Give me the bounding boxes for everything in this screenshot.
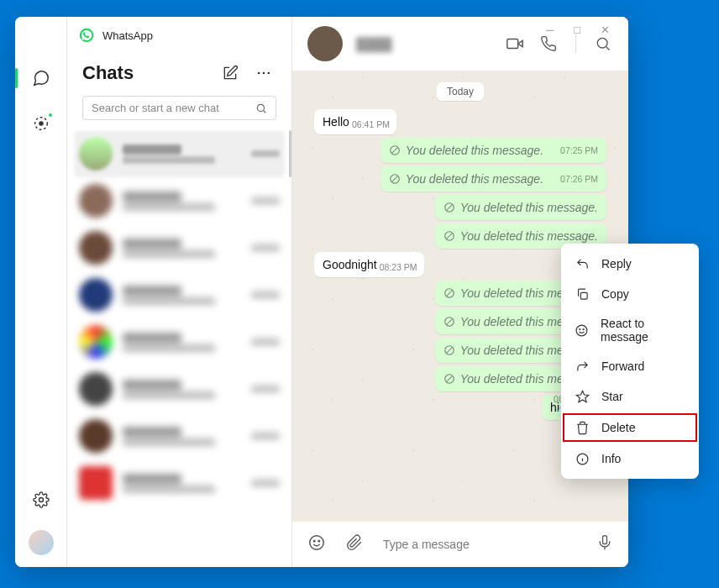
svg-point-18 bbox=[310, 536, 324, 550]
app-name: WhatsApp bbox=[102, 29, 153, 42]
chat-row[interactable] bbox=[67, 459, 291, 507]
context-menu-item-react-to-message[interactable]: React to message bbox=[561, 309, 699, 351]
app-titlebar: WhatsApp bbox=[67, 17, 291, 54]
rail-status-icon[interactable] bbox=[25, 108, 57, 139]
chat-row[interactable] bbox=[74, 130, 285, 177]
message-text: Goodnight bbox=[323, 258, 377, 271]
contact-avatar[interactable] bbox=[307, 26, 343, 61]
message-text: You deleted this message. bbox=[406, 172, 543, 186]
prohibited-icon bbox=[443, 344, 455, 356]
context-menu-label: Star bbox=[601, 390, 623, 403]
message-time: 08:23 PM bbox=[380, 262, 417, 272]
whatsapp-logo-icon bbox=[79, 28, 94, 43]
message-text: You deleted this message. bbox=[406, 144, 543, 157]
rail-profile-avatar[interactable] bbox=[29, 530, 54, 555]
deleted-message-bubble[interactable]: You deleted this message.07:26 PM bbox=[380, 166, 606, 192]
prohibited-icon bbox=[443, 373, 455, 385]
chat-row[interactable] bbox=[67, 412, 291, 459]
new-chat-button[interactable] bbox=[218, 60, 243, 86]
message-input[interactable]: Type a message bbox=[383, 538, 576, 551]
message-text: Hello bbox=[323, 115, 349, 129]
message-time: 07:26 PM bbox=[560, 174, 598, 184]
prohibited-icon bbox=[443, 287, 455, 299]
context-menu-item-reply[interactable]: Reply bbox=[561, 249, 699, 279]
contact-name[interactable]: ████ bbox=[356, 37, 392, 51]
info-icon bbox=[575, 451, 590, 466]
context-menu-label: Copy bbox=[601, 287, 629, 301]
svg-point-25 bbox=[583, 328, 584, 329]
svg-point-1 bbox=[39, 121, 44, 126]
chat-row[interactable] bbox=[67, 224, 291, 271]
emoji-icon bbox=[575, 323, 589, 338]
attach-button[interactable] bbox=[346, 534, 363, 554]
svg-point-2 bbox=[39, 498, 43, 502]
context-menu-label: Reply bbox=[601, 257, 632, 270]
svg-point-5 bbox=[263, 72, 265, 75]
chat-list-panel: WhatsApp Chats Search or start a new cha… bbox=[67, 17, 292, 567]
context-menu-item-info[interactable]: Info bbox=[561, 444, 699, 474]
voice-record-button[interactable] bbox=[596, 534, 613, 554]
search-icon bbox=[255, 102, 267, 114]
chat-row[interactable] bbox=[67, 271, 291, 318]
svg-point-7 bbox=[257, 104, 264, 111]
svg-rect-22 bbox=[580, 292, 587, 299]
svg-rect-8 bbox=[507, 39, 518, 49]
deleted-message-bubble[interactable]: You deleted this message.07:25 PM bbox=[380, 138, 606, 163]
maximize-button[interactable]: □ bbox=[574, 24, 580, 36]
context-menu-item-delete[interactable]: Delete bbox=[561, 412, 699, 444]
message-text: You deleted this message. bbox=[460, 201, 598, 214]
prohibited-icon bbox=[443, 202, 455, 213]
rail-chats-icon[interactable] bbox=[25, 63, 57, 93]
forward-icon bbox=[575, 359, 590, 374]
prohibited-icon bbox=[389, 173, 401, 185]
chat-row[interactable] bbox=[67, 177, 291, 224]
copy-icon bbox=[575, 286, 590, 302]
svg-point-19 bbox=[314, 540, 315, 541]
message-time: 06:41 PM bbox=[352, 119, 390, 129]
minimize-button[interactable]: ─ bbox=[546, 24, 554, 36]
message-text: You deleted this message. bbox=[460, 229, 598, 243]
emoji-picker-button[interactable] bbox=[307, 533, 326, 555]
prohibited-icon bbox=[443, 230, 455, 242]
svg-rect-21 bbox=[603, 536, 607, 544]
svg-point-6 bbox=[268, 72, 270, 75]
nav-rail bbox=[15, 17, 67, 567]
svg-point-20 bbox=[318, 540, 319, 541]
context-menu-item-star[interactable]: Star bbox=[561, 381, 699, 412]
context-menu-label: Info bbox=[601, 452, 621, 465]
chat-row[interactable] bbox=[67, 318, 291, 365]
chats-title: Chats bbox=[82, 62, 209, 84]
message-time: 07:25 PM bbox=[560, 145, 598, 155]
message-bubble[interactable]: Goodnight08:23 PM bbox=[314, 252, 424, 277]
deleted-message-bubble[interactable]: You deleted this message. bbox=[435, 195, 606, 220]
svg-point-24 bbox=[580, 328, 580, 329]
chat-row[interactable] bbox=[67, 365, 291, 412]
composer: Type a message bbox=[292, 522, 628, 567]
prohibited-icon bbox=[443, 316, 455, 328]
window-controls: ─ □ ✕ bbox=[546, 17, 628, 42]
message-bubble[interactable]: Hello06:41 PM bbox=[314, 109, 396, 134]
search-input[interactable]: Search or start a new chat bbox=[82, 96, 276, 120]
svg-point-23 bbox=[576, 325, 587, 336]
rail-settings-icon[interactable] bbox=[25, 485, 57, 515]
search-placeholder: Search or start a new chat bbox=[92, 102, 255, 114]
context-menu-item-forward[interactable]: Forward bbox=[561, 351, 699, 381]
svg-point-4 bbox=[258, 72, 260, 75]
message-context-menu: ReplyCopyReact to messageForwardStarDele… bbox=[561, 244, 699, 479]
whatsapp-window: ─ □ ✕ WhatsApp Cha bbox=[15, 17, 628, 567]
star-icon bbox=[575, 389, 590, 404]
video-call-button[interactable] bbox=[505, 34, 525, 53]
more-menu-button[interactable] bbox=[251, 60, 276, 86]
close-button[interactable]: ✕ bbox=[601, 24, 610, 36]
context-menu-label: Forward bbox=[601, 360, 644, 373]
context-menu-label: Delete bbox=[601, 421, 635, 434]
chat-list[interactable] bbox=[67, 130, 291, 567]
context-menu-item-copy[interactable]: Copy bbox=[561, 279, 699, 309]
context-menu-label: React to message bbox=[601, 317, 685, 344]
reply-icon bbox=[575, 256, 590, 271]
date-separator: Today bbox=[437, 82, 484, 101]
prohibited-icon bbox=[389, 144, 401, 156]
trash-icon bbox=[575, 420, 590, 435]
